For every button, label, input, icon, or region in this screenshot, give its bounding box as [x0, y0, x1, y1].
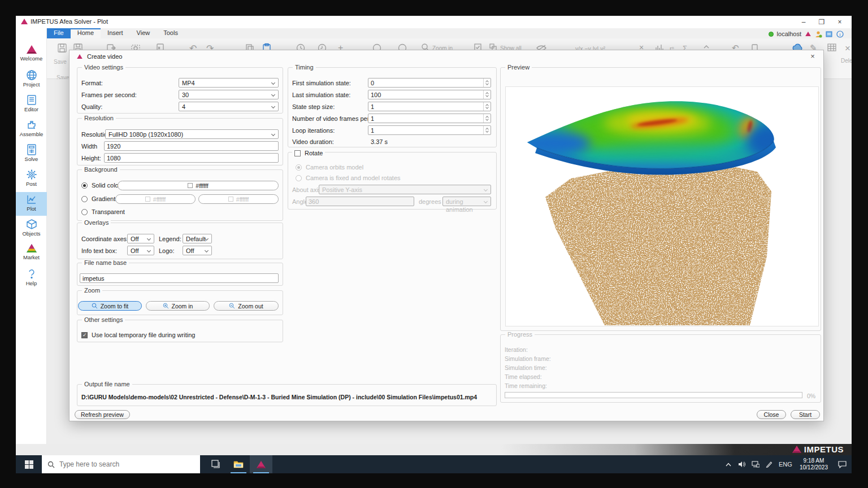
- step-size-spinner[interactable]: 1: [368, 102, 491, 111]
- dialog-close-icon[interactable]: ×: [808, 52, 818, 60]
- width-label: Width: [81, 143, 97, 150]
- speaker-icon[interactable]: [735, 455, 749, 473]
- user-icon[interactable]: [815, 30, 822, 38]
- about-axis-dropdown[interactable]: Positive Y-axis: [319, 185, 491, 194]
- taskbar-search[interactable]: [42, 455, 200, 473]
- system-tray: ENG 9:18 AM 10/12/2023: [722, 455, 852, 473]
- gradient-color2-picker[interactable]: #ffffff: [198, 194, 279, 204]
- format-label: Format:: [81, 80, 103, 86]
- gear-icon: [26, 169, 37, 180]
- restore-button[interactable]: ❐: [813, 17, 830, 27]
- zoom-in-button[interactable]: Zoom in: [146, 301, 210, 311]
- minimize-button[interactable]: –: [795, 17, 812, 27]
- welcome-triangle-icon: [25, 45, 38, 55]
- impetus-mini-icon[interactable]: [805, 32, 811, 36]
- sidebar-item-market[interactable]: Market: [16, 242, 47, 265]
- angle-input[interactable]: 360: [306, 197, 414, 206]
- delete-label[interactable]: Delete: [841, 58, 852, 64]
- action-center-button[interactable]: [832, 455, 852, 473]
- solid-color-radio[interactable]: Solid color: [81, 180, 120, 190]
- start-button[interactable]: Start: [791, 410, 820, 419]
- fps-dropdown[interactable]: 30: [179, 90, 279, 99]
- info-box-dropdown[interactable]: Off: [127, 246, 154, 255]
- sidebar-item-plot[interactable]: Plot: [16, 192, 47, 216]
- sidebar-item-help[interactable]: Help: [16, 267, 47, 290]
- globe-icon: [26, 69, 37, 81]
- save-icon[interactable]: [57, 43, 67, 55]
- legend-label: Legend:: [159, 236, 181, 242]
- language-indicator[interactable]: ENG: [776, 455, 795, 473]
- start-button[interactable]: [16, 455, 42, 473]
- search-input[interactable]: [59, 460, 184, 468]
- video-duration-label: Video duration:: [292, 138, 334, 145]
- frames-per-state-spinner[interactable]: 1: [368, 114, 491, 123]
- sidebar-item-objects[interactable]: Objects: [16, 217, 47, 241]
- rotate-checkbox[interactable]: Rotate: [292, 148, 325, 158]
- zoom-to-fit-button[interactable]: Zoom to fit: [78, 301, 142, 311]
- impetus-app-button[interactable]: [250, 455, 272, 473]
- app-title: IMPETUS Afea Solver - Plot: [31, 18, 108, 25]
- tab-tools[interactable]: Tools: [157, 28, 185, 38]
- tab-view[interactable]: View: [130, 28, 157, 38]
- menu-tabs: File Home Insert View Tools: [47, 28, 185, 38]
- output-file-path: D:\GURU Models\demo-models\02 Unrestrict…: [81, 394, 477, 400]
- clock-time: 9:18 AM: [800, 457, 828, 464]
- log-icon[interactable]: [826, 30, 833, 38]
- impetus-taskbar-icon: [256, 460, 266, 469]
- sidebar-item-assemble[interactable]: Assemble: [16, 117, 47, 141]
- format-dropdown[interactable]: MP4: [179, 78, 279, 88]
- status-host: localhost: [777, 30, 801, 37]
- quality-dropdown[interactable]: 4: [179, 102, 279, 111]
- file-name-base-input[interactable]: impetus: [80, 273, 279, 283]
- clock[interactable]: 9:18 AM 10/12/2023: [795, 457, 832, 471]
- network-icon[interactable]: [749, 455, 762, 473]
- dialog-title: Create video: [87, 53, 122, 60]
- loop-iterations-spinner[interactable]: 1: [368, 125, 491, 135]
- video-duration-value: 3.37 s: [371, 138, 388, 145]
- solid-color-picker[interactable]: #ffffff: [118, 181, 279, 190]
- gradient-radio[interactable]: Gradient: [81, 194, 115, 204]
- first-state-spinner[interactable]: 0: [368, 78, 491, 88]
- save-label: Save: [54, 59, 67, 65]
- transparent-radio[interactable]: Transparent: [81, 207, 125, 217]
- during-animation-dropdown[interactable]: during animation: [442, 197, 491, 206]
- sidebar-item-editor[interactable]: Editor: [16, 93, 47, 116]
- tab-home[interactable]: Home: [71, 28, 101, 38]
- pen-icon[interactable]: [762, 455, 776, 473]
- sidebar-item-post[interactable]: Post: [16, 167, 47, 191]
- resolution-dropdown[interactable]: FullHD 1080p (1920x1080): [105, 129, 279, 139]
- tray-chevron-up-icon[interactable]: [722, 455, 735, 473]
- height-input[interactable]: 1080: [104, 153, 279, 163]
- simulation-frame-label: Simulation frame:: [505, 355, 551, 362]
- tab-insert[interactable]: Insert: [101, 28, 130, 38]
- delete-icon[interactable]: ×: [845, 43, 850, 54]
- info-icon[interactable]: i: [836, 30, 844, 38]
- refresh-preview-button[interactable]: Refresh preview: [75, 410, 130, 419]
- camera-orbits-radio[interactable]: Camera orbits model: [296, 162, 363, 172]
- file-explorer-button[interactable]: [227, 455, 250, 473]
- close-button[interactable]: ×: [831, 17, 848, 27]
- legend-dropdown[interactable]: Default: [183, 234, 212, 243]
- sidebar-item-welcome[interactable]: Welcome: [16, 43, 47, 67]
- sidebar-item-solve[interactable]: Solve: [16, 142, 47, 166]
- chart-icon: [26, 194, 37, 205]
- folder-icon: [233, 460, 244, 469]
- camera-fixed-radio[interactable]: Camera is fixed and model rotates: [296, 173, 401, 183]
- preview-canvas[interactable]: [505, 86, 819, 326]
- tab-file[interactable]: File: [47, 28, 71, 38]
- zoom-out-button[interactable]: Zoom out: [214, 301, 279, 311]
- gradient-color1-picker[interactable]: #ffffff: [115, 194, 196, 204]
- app-logo-icon: [21, 19, 28, 24]
- logo-dropdown[interactable]: Off: [183, 246, 212, 255]
- table-icon[interactable]: [827, 43, 837, 54]
- windows-logo-icon: [25, 460, 33, 469]
- degrees-label: degrees: [419, 198, 441, 205]
- width-input[interactable]: 1920: [104, 141, 279, 151]
- axes-dropdown[interactable]: Off: [127, 234, 154, 243]
- monitor-screen: IMPETUS Afea Solver - Plot – ❐ × localho…: [16, 16, 852, 473]
- close-dialog-button[interactable]: Close: [757, 410, 786, 419]
- last-state-spinner[interactable]: 100: [368, 90, 491, 99]
- local-temp-file-checkbox[interactable]: Use local temporary file during writing: [81, 330, 195, 340]
- task-view-button[interactable]: [205, 455, 227, 473]
- sidebar-item-project[interactable]: Project: [16, 68, 47, 91]
